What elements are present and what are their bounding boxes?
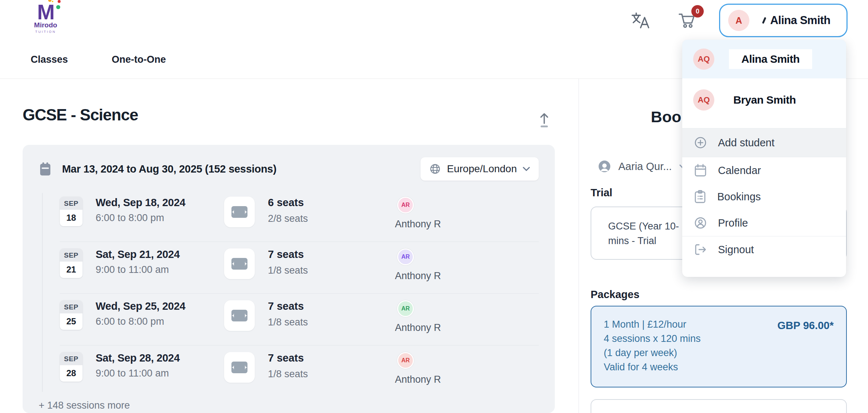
seats-ratio: 1/8 seats bbox=[268, 368, 377, 380]
student-select-value: Aaria Qur... bbox=[618, 161, 672, 173]
globe-icon bbox=[429, 163, 441, 175]
user-dropdown-menu: AQ Alina Smith AQ Bryan Smith Add studen… bbox=[682, 40, 846, 277]
class-detail-panel: GCSE - Science bbox=[23, 79, 555, 413]
session-row[interactable]: SEP 28 Sat, Sep 28, 2024 9:00 to 11:00 a… bbox=[60, 345, 539, 397]
translate-button[interactable] bbox=[631, 12, 650, 29]
packages-heading: Packages bbox=[591, 289, 640, 301]
package-title: 1 Month | £12/hour bbox=[604, 317, 701, 332]
session-date: Wed, Sep 25, 2024 bbox=[96, 300, 224, 312]
signout-icon bbox=[694, 243, 707, 256]
date-badge: SEP 28 bbox=[60, 352, 82, 382]
session-time: 9:00 to 11:00 am bbox=[96, 264, 224, 275]
menu-item-add-student[interactable]: Add student bbox=[682, 128, 846, 157]
share-button[interactable] bbox=[535, 111, 553, 129]
topbar-actions: 0 A Alina Smith bbox=[631, 0, 848, 41]
date-badge: SEP 25 bbox=[60, 300, 82, 330]
tutor-name: Anthony R bbox=[395, 219, 475, 230]
session-time: 6:00 to 8:00 pm bbox=[96, 212, 224, 224]
calendar-icon bbox=[39, 162, 52, 176]
cart-count-badge: 0 bbox=[691, 5, 704, 18]
schedule-card: Mar 13, 2024 to Aug 30, 2025 (152 sessio… bbox=[23, 145, 555, 413]
seats-count: 7 seats bbox=[268, 300, 377, 312]
tutor-name: Anthony R bbox=[395, 374, 475, 385]
seats-count: 7 seats bbox=[268, 352, 377, 364]
translate-icon bbox=[631, 12, 650, 29]
tutor-avatar: AR bbox=[397, 248, 414, 265]
session-time: 6:00 to 8:00 pm bbox=[96, 316, 224, 327]
next-package-card[interactable] bbox=[591, 399, 847, 413]
logo-dot bbox=[52, 1, 53, 2]
student-name: Alina Smith bbox=[729, 49, 812, 69]
student-name: Bryan Smith bbox=[733, 94, 796, 106]
timezone-value: Europe/London bbox=[447, 163, 517, 175]
session-row[interactable]: SEP 25 Wed, Sep 25, 2024 6:00 to 8:00 pm… bbox=[60, 293, 539, 345]
logo-dot bbox=[58, 0, 61, 3]
profile-icon bbox=[694, 216, 707, 229]
menu-item-profile[interactable]: Profile bbox=[682, 210, 846, 236]
package-card[interactable]: 1 Month | £12/hour 4 sessions x 120 mins… bbox=[591, 306, 847, 387]
booking-title: Boo bbox=[651, 108, 681, 126]
timeline-rule bbox=[42, 193, 43, 392]
tab-one-to-one[interactable]: One-to-One bbox=[112, 54, 166, 65]
chevron-down-icon bbox=[523, 166, 530, 171]
ticket-icon bbox=[224, 197, 255, 227]
page: M Mirodo TUITION bbox=[0, 0, 868, 413]
page-title: GCSE - Science bbox=[23, 106, 138, 124]
chip-caret bbox=[762, 17, 767, 24]
session-date: Sat, Sep 21, 2024 bbox=[96, 248, 224, 260]
logo-m-mark: M bbox=[37, 1, 54, 23]
top-bar: M Mirodo TUITION bbox=[0, 0, 868, 41]
trial-heading: Trial bbox=[591, 187, 612, 199]
menu-item-signout[interactable]: Signout bbox=[682, 236, 846, 263]
logo[interactable]: M Mirodo TUITION bbox=[26, 1, 66, 34]
session-date: Sat, Sep 28, 2024 bbox=[96, 352, 224, 364]
student-select[interactable]: Aaria Qur... bbox=[598, 160, 686, 173]
tutor-avatar: AR bbox=[397, 300, 414, 317]
menu-student-alina[interactable]: AQ Alina Smith bbox=[682, 40, 846, 78]
timezone-select[interactable]: Europe/London bbox=[420, 157, 539, 181]
avatar: AQ bbox=[693, 49, 714, 70]
tutor-avatar: AR bbox=[397, 197, 414, 213]
clipboard-icon bbox=[694, 190, 706, 204]
avatar: A bbox=[728, 10, 749, 31]
package-detail: (1 day per week) bbox=[604, 346, 701, 360]
menu-item-bookings[interactable]: Bookings bbox=[682, 184, 846, 210]
column-divider bbox=[579, 79, 579, 413]
date-range: Mar 13, 2024 to Aug 30, 2025 (152 sessio… bbox=[62, 163, 276, 175]
user-name: Alina Smith bbox=[770, 14, 830, 27]
person-icon bbox=[598, 160, 611, 173]
user-menu-trigger[interactable]: A Alina Smith bbox=[719, 4, 848, 37]
seats-ratio: 2/8 seats bbox=[268, 213, 377, 224]
session-time: 9:00 to 11:00 am bbox=[96, 368, 224, 379]
tutor-name: Anthony R bbox=[395, 322, 475, 333]
ticket-icon bbox=[224, 352, 255, 383]
tab-classes[interactable]: Classes bbox=[31, 54, 68, 65]
seats-ratio: 1/8 seats bbox=[268, 265, 377, 276]
session-row[interactable]: SEP 21 Sat, Sep 21, 2024 9:00 to 11:00 a… bbox=[60, 242, 539, 293]
plus-circle-icon bbox=[694, 136, 707, 149]
menu-student-bryan[interactable]: AQ Bryan Smith bbox=[682, 78, 846, 128]
menu-item-calendar[interactable]: Calendar bbox=[682, 157, 846, 184]
logo-tagline: TUITION bbox=[26, 30, 66, 34]
package-detail: 4 sessions x 120 mins bbox=[604, 332, 701, 346]
cart-button[interactable]: 0 bbox=[678, 12, 696, 29]
seats-ratio: 1/8 seats bbox=[268, 317, 377, 328]
logo-dot bbox=[56, 5, 60, 9]
ticket-icon bbox=[224, 300, 255, 331]
session-list: SEP 18 Wed, Sep 18, 2024 6:00 to 8:00 pm… bbox=[39, 190, 539, 397]
seats-count: 7 seats bbox=[268, 248, 377, 260]
tutor-name: Anthony R bbox=[395, 270, 475, 282]
date-badge: SEP 18 bbox=[60, 197, 82, 226]
calendar-icon bbox=[694, 163, 707, 177]
session-date: Wed, Sep 18, 2024 bbox=[96, 197, 224, 209]
seats-count: 6 seats bbox=[268, 197, 377, 209]
package-price: GBP 96.00* bbox=[777, 320, 834, 376]
ticket-icon bbox=[224, 248, 255, 279]
avatar: AQ bbox=[693, 89, 714, 111]
schedule-header: Mar 13, 2024 to Aug 30, 2025 (152 sessio… bbox=[39, 157, 539, 181]
session-row[interactable]: SEP 18 Wed, Sep 18, 2024 6:00 to 8:00 pm… bbox=[60, 190, 539, 242]
tutor-avatar: AR bbox=[397, 352, 414, 369]
date-badge: SEP 21 bbox=[60, 248, 82, 278]
package-detail: Valid for 4 weeks bbox=[604, 360, 701, 374]
more-sessions-link[interactable]: + 148 sessions more bbox=[39, 400, 539, 411]
